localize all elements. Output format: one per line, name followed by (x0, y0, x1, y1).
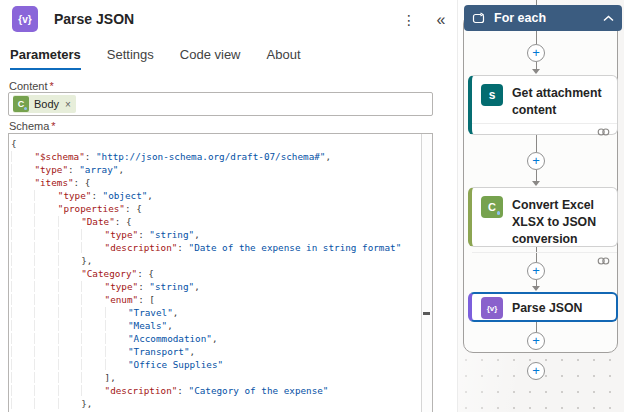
excel-connector-icon: C (13, 96, 29, 112)
schema-code[interactable]: { "$schema": "http://json-schema.org/dra… (11, 137, 420, 412)
arrow-down-icon (532, 69, 540, 74)
tab-settings[interactable]: Settings (107, 47, 154, 70)
content-input[interactable]: C Body × (8, 92, 433, 116)
tab-parameters[interactable]: Parameters (10, 47, 81, 70)
page-title: Parse JSON (54, 11, 134, 27)
converter-connector-icon: C (481, 196, 503, 218)
insert-action-icon[interactable]: + (527, 362, 545, 380)
for-each-scope-header[interactable]: For each (464, 5, 622, 31)
card-footer (472, 123, 617, 138)
chevron-up-icon[interactable] (603, 15, 614, 22)
node-parse-json[interactable]: {v} Parse JSON (468, 292, 618, 322)
more-options-icon[interactable]: ⋮ (398, 9, 420, 31)
required-asterisk: * (51, 120, 55, 132)
body-token-chip[interactable]: C Body × (13, 95, 76, 113)
card-footer (472, 252, 617, 267)
remove-token-icon[interactable]: × (62, 99, 74, 110)
flow-canvas[interactable]: For each + s Get attachment content + C … (457, 0, 624, 412)
insert-action-icon[interactable]: + (527, 44, 545, 62)
node-label: Parse JSON (512, 299, 582, 317)
scrollbar-cursor-mark (423, 312, 430, 315)
schema-label: Schema* (9, 120, 56, 132)
node-label: Convert Excel XLSX to JSON conversion (512, 196, 611, 248)
token-label: Body (29, 98, 62, 110)
for-each-loop-icon (472, 12, 485, 25)
connection-link-icon (597, 256, 610, 266)
required-asterisk: * (50, 80, 54, 92)
connector-line (536, 170, 537, 181)
for-each-label: For each (494, 11, 594, 25)
parse-json-icon: {v} (12, 6, 38, 32)
arrow-down-icon (532, 286, 540, 291)
insert-action-icon[interactable]: + (527, 152, 545, 170)
tab-about[interactable]: About (267, 47, 301, 70)
collapse-panel-icon[interactable]: « (430, 9, 452, 31)
panel-header: {v} Parse JSON (12, 6, 134, 32)
editor-scrollbar[interactable] (421, 134, 432, 412)
parse-json-panel: {v} Parse JSON ⋮ « Parameters Settings C… (0, 0, 457, 412)
panel-tabs: Parameters Settings Code view About (10, 47, 301, 70)
insert-action-icon[interactable]: + (527, 332, 545, 350)
insert-action-icon[interactable]: + (527, 262, 545, 280)
connector-line (536, 31, 537, 44)
node-get-attachment-content[interactable]: s Get attachment content (468, 75, 618, 135)
schema-editor[interactable]: { "$schema": "http://json-schema.org/dra… (8, 133, 433, 412)
node-convert-excel-xlsx[interactable]: C Convert Excel XLSX to JSON conversion (468, 187, 618, 247)
sharepoint-connector-icon: s (481, 84, 503, 106)
node-label: Get attachment content (512, 84, 611, 119)
connector-line (536, 322, 537, 332)
content-label: Content* (9, 80, 54, 92)
connection-link-icon (597, 127, 610, 137)
arrow-down-icon (532, 181, 540, 186)
parse-json-node-icon: {v} (481, 297, 503, 319)
tab-code-view[interactable]: Code view (180, 47, 241, 70)
